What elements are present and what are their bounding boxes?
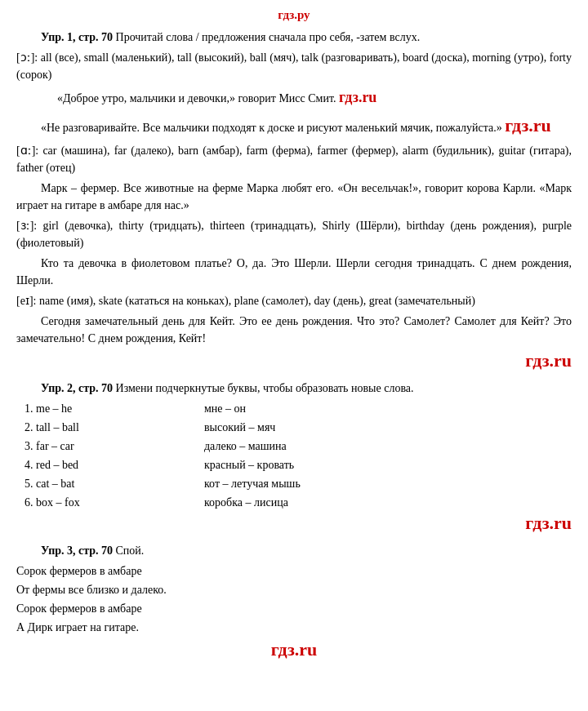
- exercise2-header: Упр. 2, стр. 70 Измени подчеркнутые букв…: [16, 380, 572, 397]
- exercise2-english: 3. far – car: [24, 438, 204, 455]
- exercise1-instruction: Прочитай слова / предложения сначала про…: [116, 31, 421, 43]
- para3: Кто та девочка в фиолетовом платье? О, д…: [16, 255, 572, 289]
- exercise1-title: Упр. 1, стр. 70: [41, 31, 113, 43]
- exercise2-russian: красный – кровать: [204, 456, 572, 473]
- exercise2-row: 6. box – fox коробка – лисица: [24, 494, 572, 511]
- exercise1-section: Упр. 1, стр. 70 Прочитай слова / предлож…: [16, 29, 572, 371]
- sound1-line: [ɔː]: all (все), small (маленький), tall…: [16, 49, 572, 83]
- watermark3: гдз.ru: [525, 350, 572, 371]
- exercise2-instruction: Измени подчеркнутые буквы, чтобы образов…: [116, 382, 414, 394]
- quote2: «Не разговаривайте. Все мальчики подходя…: [16, 112, 572, 139]
- watermark-ex3: гдз.ru: [271, 639, 318, 660]
- exercise2-row: 2. tall – ball высокий – мяч: [24, 419, 572, 436]
- exercise2-row: 4. red – bed красный – кровать: [24, 456, 572, 473]
- sound3-line: [ɜː]: girl (девочка), thirty (тридцать),…: [16, 217, 572, 251]
- exercise2-russian: мне – он: [204, 400, 572, 417]
- exercise3-line: Сорок фермеров в амбаре: [16, 562, 572, 580]
- watermark-ex2: гдз.ru: [525, 513, 572, 533]
- watermark-ex3-block: гдз.ru: [16, 639, 572, 660]
- sound4-words: name (имя), skate (кататься на коньках),…: [39, 295, 475, 307]
- exercise3-lines: Сорок фермеров в амбареОт фермы все близ…: [16, 562, 572, 636]
- exercise3-header: Упр. 3, стр. 70 Спой.: [16, 542, 572, 559]
- exercise2-row: 5. cat – bat кот – летучая мышь: [24, 475, 572, 492]
- exercise3-title: Упр. 3, стр. 70: [41, 544, 113, 557]
- exercise1-header: Упр. 1, стр. 70 Прочитай слова / предлож…: [16, 29, 572, 46]
- exercise3-instruction: Спой.: [116, 544, 145, 557]
- sound2-words: car (машина), far (далеко), barn (амбар)…: [16, 144, 572, 174]
- exercise3-line: Сорок фермеров в амбаре: [16, 600, 572, 617]
- sound2-line: [ɑː]: car (машина), far (далеко), barn (…: [16, 142, 572, 176]
- header-title-text: гдз.ру: [278, 8, 310, 21]
- exercise2-russian: высокий – мяч: [204, 419, 572, 436]
- watermark2: гдз.ru: [505, 115, 551, 136]
- sound1-words: all (все), small (маленький), tall (высо…: [16, 51, 572, 81]
- exercise2-english: 4. red – bed: [24, 456, 204, 473]
- exercise2-row: 1. me – he мне – он: [24, 400, 572, 417]
- watermark1: гдз.ru: [339, 89, 376, 105]
- para2: Марк – фермер. Все животные на ферме Мар…: [16, 180, 572, 214]
- sound3-words: girl (девочка), thirty (тридцать), thirt…: [16, 220, 572, 249]
- exercise2-english: 5. cat – bat: [24, 475, 204, 492]
- exercise2-english: 2. tall – ball: [24, 419, 204, 436]
- exercise2-section: Упр. 2, стр. 70 Измени подчеркнутые букв…: [16, 380, 572, 534]
- sound4-line: [eɪ]: name (имя), skate (кататься на кон…: [16, 292, 572, 309]
- watermark3-block: гдз.ru: [16, 350, 572, 371]
- exercise2-russian: кот – летучая мышь: [204, 475, 572, 492]
- exercise2-english: 6. box – fox: [24, 494, 204, 511]
- para4: Сегодня замечательный день для Кейт. Это…: [16, 313, 572, 347]
- exercise2-russian: коробка – лисица: [204, 494, 572, 511]
- exercise2-title: Упр. 2, стр. 70: [41, 382, 113, 394]
- exercise2-russian: далеко – машина: [204, 438, 572, 455]
- exercise2-english: 1. me – he: [24, 400, 204, 417]
- quote1: «Доброе утро, мальчики и девочки,» говор…: [16, 87, 572, 109]
- exercise2-table: 1. me – he мне – он 2. tall – ball высок…: [24, 400, 572, 511]
- watermark-ex2-block: гдз.ru: [16, 513, 572, 534]
- exercise3-section: Упр. 3, стр. 70 Спой. Сорок фермеров в а…: [16, 542, 572, 660]
- site-header: гдз.ру: [16, 8, 572, 22]
- exercise2-row: 3. far – car далеко – машина: [24, 438, 572, 455]
- exercise3-line: От фермы все близко и далеко.: [16, 581, 572, 598]
- exercise3-line: А Дирк играет на гитаре.: [16, 619, 572, 636]
